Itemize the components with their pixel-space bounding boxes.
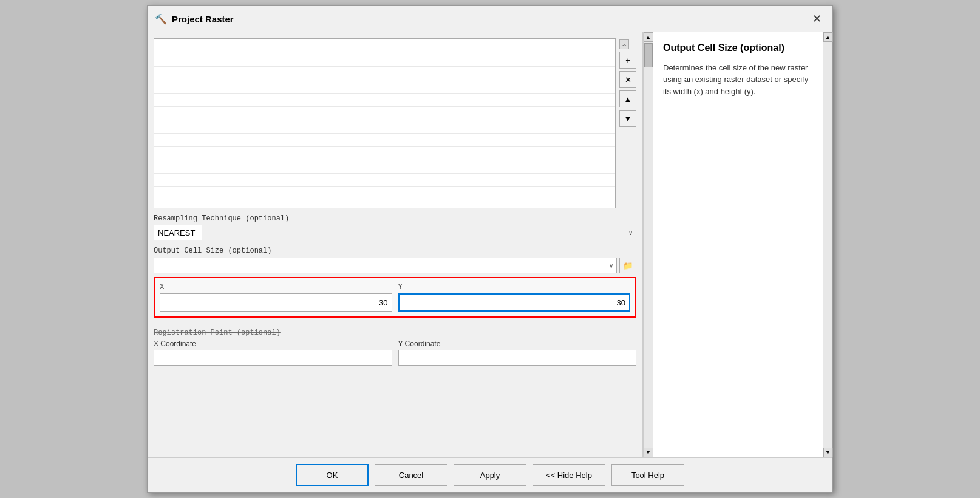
right-scrollbar[interactable]: ▲ ▼ xyxy=(823,32,832,457)
main-scroll-up[interactable]: ▲ xyxy=(644,32,653,42)
x-coord-field: X Coordinate xyxy=(154,339,392,366)
list-row xyxy=(154,80,615,94)
list-row xyxy=(154,40,615,53)
apply-button[interactable]: Apply xyxy=(454,464,526,486)
main-scroll-down[interactable]: ▼ xyxy=(644,448,653,457)
x-label: X xyxy=(160,283,392,292)
move-down-button[interactable]: ▼ xyxy=(619,110,636,127)
y-input[interactable] xyxy=(398,293,631,312)
y-label: Y xyxy=(398,283,631,292)
resampling-label: Resampling Technique (optional) xyxy=(154,214,636,223)
y-coord-field: Y Coordinate xyxy=(398,339,637,366)
list-row xyxy=(154,160,615,174)
add-button[interactable]: + xyxy=(619,52,636,69)
footer: OK Cancel Apply << Hide Help Tool Help xyxy=(148,457,832,492)
x-coord-input[interactable] xyxy=(154,350,392,366)
main-scrollbar[interactable]: ▲ ▼ xyxy=(643,32,653,457)
xy-row: X Y xyxy=(160,283,630,312)
main-scroll-thumb[interactable] xyxy=(644,43,653,67)
list-area-inner xyxy=(154,39,615,202)
x-coord-label: X Coordinate xyxy=(154,339,392,348)
hide-help-button[interactable]: << Hide Help xyxy=(533,464,605,486)
title-bar-left: 🔨 Project Raster xyxy=(155,13,234,25)
y-coord-input[interactable] xyxy=(398,350,637,366)
x-field: X xyxy=(160,283,392,312)
window-title: Project Raster xyxy=(172,14,234,24)
cell-size-section: Output Cell Size (optional) 📁 xyxy=(154,247,636,273)
list-row xyxy=(154,174,615,187)
title-bar: 🔨 Project Raster ✕ xyxy=(148,6,832,32)
resampling-dropdown[interactable]: NEAREST BILINEAR CUBIC MAJORITY xyxy=(154,225,202,240)
y-coord-label: Y Coordinate xyxy=(398,339,637,348)
xy-box: X Y xyxy=(154,277,636,318)
right-scroll-up[interactable]: ▲ xyxy=(823,32,833,42)
x-input[interactable] xyxy=(160,293,392,312)
list-row xyxy=(154,94,615,107)
close-button[interactable]: ✕ xyxy=(809,11,825,27)
tool-help-button[interactable]: Tool Help xyxy=(611,464,684,486)
list-row xyxy=(154,107,615,120)
list-area xyxy=(154,38,616,208)
list-row xyxy=(154,134,615,147)
list-row xyxy=(154,187,615,200)
cell-size-row: 📁 xyxy=(154,258,636,273)
list-side-buttons: ︿ + ✕ ▲ ▼ xyxy=(619,38,636,127)
cancel-button[interactable]: Cancel xyxy=(375,464,447,486)
list-row xyxy=(154,147,615,160)
help-title: Output Cell Size (optional) xyxy=(663,42,813,55)
dialog-body: ︿ + ✕ ▲ ▼ Resampling Technique (optional… xyxy=(148,32,832,457)
list-row xyxy=(154,67,615,80)
cell-size-input[interactable] xyxy=(154,258,617,273)
project-raster-dialog: 🔨 Project Raster ✕ xyxy=(147,5,833,493)
folder-button[interactable]: 📁 xyxy=(619,258,636,273)
help-text: Determines the cell size of the new rast… xyxy=(663,62,813,98)
hammer-icon: 🔨 xyxy=(155,13,167,25)
right-panel: Output Cell Size (optional) Determines t… xyxy=(653,32,823,457)
registration-section: Registration Point (optional) X Coordina… xyxy=(154,324,636,366)
scroll-up-arrow[interactable]: ︿ xyxy=(619,39,629,49)
ok-button[interactable]: OK xyxy=(296,464,369,486)
y-field: Y xyxy=(398,283,631,312)
resampling-section: Resampling Technique (optional) NEAREST … xyxy=(154,214,636,240)
cell-size-label: Output Cell Size (optional) xyxy=(154,247,636,255)
resampling-dropdown-wrapper: NEAREST BILINEAR CUBIC MAJORITY xyxy=(154,225,636,240)
move-up-button[interactable]: ▲ xyxy=(619,90,636,107)
remove-button[interactable]: ✕ xyxy=(619,71,636,88)
registration-label: Registration Point (optional) xyxy=(154,329,636,337)
cell-size-input-wrapper xyxy=(154,258,617,273)
list-section: ︿ + ✕ ▲ ▼ xyxy=(154,38,636,208)
list-row xyxy=(154,120,615,134)
right-scroll-down[interactable]: ▼ xyxy=(823,448,833,457)
list-row xyxy=(154,53,615,67)
left-panel: ︿ + ✕ ▲ ▼ Resampling Technique (optional… xyxy=(148,32,643,457)
coord-row: X Coordinate Y Coordinate xyxy=(154,339,636,366)
